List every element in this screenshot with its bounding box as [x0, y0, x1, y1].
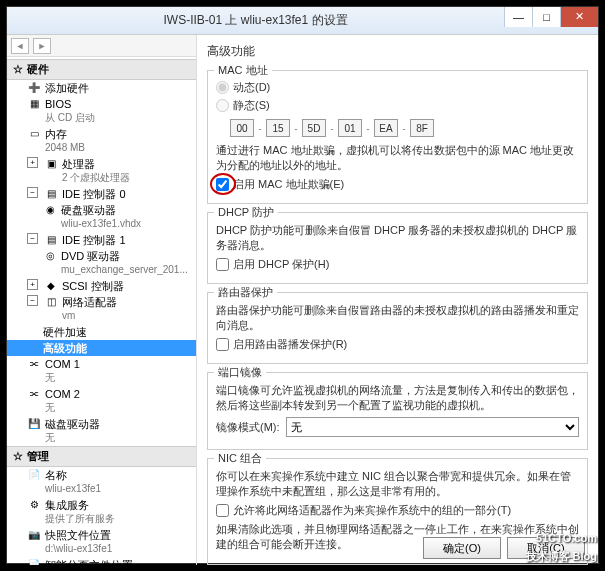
- memory-item[interactable]: ▭内存2048 MB: [7, 126, 196, 156]
- nav-back-button[interactable]: ◄: [11, 38, 29, 54]
- dhcp-checkbox[interactable]: 启用 DHCP 保护(H): [216, 257, 579, 272]
- window-title: IWS-IIB-01 上 wliu-ex13fe1 的设置: [7, 12, 504, 29]
- integration-item[interactable]: ⚙集成服务提供了所有服务: [7, 497, 196, 527]
- management-category: ☆ 管理: [7, 446, 196, 467]
- ide0-item[interactable]: −▤IDE 控制器 0: [7, 186, 196, 202]
- ide1-item[interactable]: −▤IDE 控制器 1: [7, 232, 196, 248]
- bios-item[interactable]: ▦BIOS从 CD 启动: [7, 96, 196, 126]
- maximize-button[interactable]: □: [532, 7, 560, 27]
- close-button[interactable]: ✕: [560, 7, 598, 27]
- cancel-button[interactable]: 取消(C): [507, 537, 585, 559]
- advanced-features-item[interactable]: 高级功能: [7, 340, 196, 356]
- mac-dynamic-radio[interactable]: 动态(D): [216, 80, 579, 95]
- dvd-item[interactable]: ◎DVD 驱动器mu_exchange_server_201...: [7, 248, 196, 278]
- paging-item[interactable]: 📄智能分页文件位置d:\wliu-ex13fe1: [7, 557, 196, 565]
- router-checkbox[interactable]: 启用路由器播发保护(R): [216, 337, 579, 352]
- left-panel: ◄ ► ☆ 硬件 ➕添加硬件 ▦BIOS从 CD 启动 ▭内存2048 MB +…: [7, 35, 197, 565]
- dhcp-group: DHCP 防护 DHCP 防护功能可删除来自假冒 DHCP 服务器的未授权虚拟机…: [207, 212, 588, 284]
- router-group: 路由器保护 路由器保护功能可删除来自假冒路由器的未授权虚拟机的路由器播发和重定向…: [207, 292, 588, 364]
- mac-group: MAC 地址 动态(D) 静态(S) 00- 15- 5D- 01- EA- 8…: [207, 70, 588, 204]
- mac-spoof-checkbox[interactable]: 启用 MAC 地址欺骗(E): [216, 177, 579, 192]
- minimize-button[interactable]: —: [504, 7, 532, 27]
- hardware-category: ☆ 硬件: [7, 59, 196, 80]
- add-hardware-item[interactable]: ➕添加硬件: [7, 80, 196, 96]
- com2-item[interactable]: ⫘COM 2无: [7, 386, 196, 416]
- mirror-mode-select[interactable]: 无: [286, 417, 579, 437]
- mac-static-radio[interactable]: 静态(S): [216, 98, 579, 113]
- title-bar: IWS-IIB-01 上 wliu-ex13fe1 的设置 — □ ✕: [7, 7, 598, 35]
- detail-panel: 高级功能 MAC 地址 动态(D) 静态(S) 00- 15- 5D- 01- …: [197, 35, 598, 565]
- hw-accel-item[interactable]: 硬件加速: [7, 324, 196, 340]
- scsi-item[interactable]: +◆SCSI 控制器: [7, 278, 196, 294]
- com1-item[interactable]: ⫘COM 1无: [7, 356, 196, 386]
- name-item[interactable]: 📄名称wliu-ex13fe1: [7, 467, 196, 497]
- floppy-item[interactable]: 💾磁盘驱动器无: [7, 416, 196, 446]
- nic-item[interactable]: −◫网络适配器vm: [7, 294, 196, 324]
- cpu-item[interactable]: +▣处理器2 个虚拟处理器: [7, 156, 196, 186]
- settings-tree[interactable]: ☆ 硬件 ➕添加硬件 ▦BIOS从 CD 启动 ▭内存2048 MB +▣处理器…: [7, 57, 196, 565]
- team-checkbox[interactable]: 允许将此网络适配器作为来宾操作系统中的组的一部分(T): [216, 503, 579, 518]
- ok-button[interactable]: 确定(O): [423, 537, 501, 559]
- snapshot-item[interactable]: 📷快照文件位置d:\wliu-ex13fe1: [7, 527, 196, 557]
- mirror-group: 端口镜像 端口镜像可允许监视虚拟机的网络流量，方法是复制传入和传出的数据包，然后…: [207, 372, 588, 450]
- mac-address-fields: 00- 15- 5D- 01- EA- 8F: [230, 119, 579, 137]
- nav-forward-button[interactable]: ►: [33, 38, 51, 54]
- hdd-item[interactable]: ◉硬盘驱动器wliu-ex13fe1.vhdx: [7, 202, 196, 232]
- mirror-mode-label: 镜像模式(M):: [216, 420, 280, 435]
- panel-title: 高级功能: [207, 43, 588, 60]
